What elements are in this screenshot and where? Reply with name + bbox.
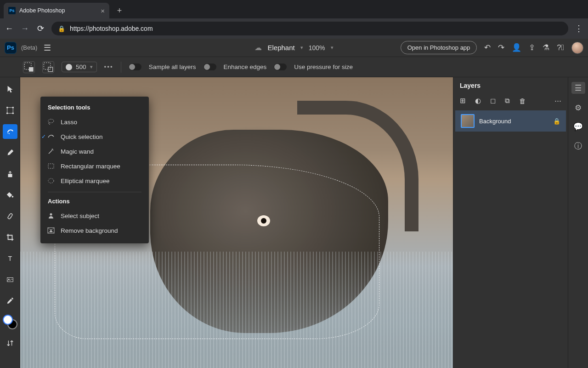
more-options-icon[interactable]: •••	[104, 63, 113, 70]
svg-rect-19	[48, 164, 54, 168]
svg-point-6	[6, 113, 8, 115]
redo-icon[interactable]: ↷	[498, 43, 504, 52]
comments-panel-icon[interactable]: 💬	[573, 122, 583, 132]
flyout-item-quick-selection[interactable]: ✓ Quick selection	[40, 129, 149, 144]
chevron-down-icon[interactable]: ▾	[300, 45, 303, 51]
adjustment-layer-icon[interactable]: ◐	[475, 97, 481, 105]
flyout-action-select-subject[interactable]: Select subject	[40, 208, 149, 223]
back-button[interactable]: ←	[5, 24, 14, 34]
layer-thumbnail[interactable]	[461, 114, 475, 128]
share-icon[interactable]: ⇪	[529, 43, 535, 52]
flyout-item-label: Lasso	[61, 119, 77, 126]
photoshop-logo-icon[interactable]: Ps	[5, 42, 17, 54]
properties-panel-icon[interactable]: ☰	[571, 82, 585, 94]
healing-tool[interactable]	[3, 209, 17, 224]
add-selection-icon[interactable]	[23, 61, 35, 73]
sample-all-layers-label: Sample all layers	[149, 63, 196, 70]
options-bar: 500 ▾ ••• Sample all layers Enhance edge…	[0, 57, 588, 77]
browser-chrome: Ps Adobe Photoshop × + ← → ⟳ 🔒 https://p…	[0, 0, 588, 39]
workspace: T Selection tools	[0, 77, 588, 368]
open-in-app-button[interactable]: Open in Photoshop app	[401, 41, 477, 54]
svg-rect-2	[44, 63, 50, 69]
invite-icon[interactable]: 👤	[512, 43, 521, 52]
divider	[48, 192, 141, 192]
document-name[interactable]: Elephant	[267, 44, 294, 52]
flyout-action-remove-background[interactable]: Remove background	[40, 223, 149, 238]
delete-layer-icon[interactable]: 🗑	[519, 97, 526, 105]
hamburger-menu-icon[interactable]: ☰	[42, 41, 53, 55]
reload-button[interactable]: ⟳	[36, 23, 45, 34]
tab-strip: Ps Adobe Photoshop × +	[0, 0, 588, 18]
favicon-photoshop-icon: Ps	[8, 7, 16, 14]
sample-all-layers-toggle[interactable]	[129, 63, 141, 70]
flyout-item-elliptical-marquee[interactable]: Elliptical marquee	[40, 173, 149, 188]
info-panel-icon[interactable]: ⓘ	[574, 141, 582, 151]
brush-size-selector[interactable]: 500 ▾	[62, 62, 97, 72]
adjustments-panel-icon[interactable]: ⚙	[575, 103, 582, 113]
svg-point-14	[10, 217, 11, 218]
group-icon[interactable]: ⧉	[505, 97, 510, 105]
rectangular-marquee-icon	[47, 162, 55, 170]
right-rail: ☰ ⚙ 💬 ⓘ	[568, 77, 588, 368]
layer-name: Background	[479, 118, 548, 125]
place-image-tool[interactable]	[3, 272, 17, 287]
fill-tool[interactable]	[3, 188, 17, 202]
remove-background-icon	[47, 226, 55, 235]
eyedropper-tool[interactable]	[3, 293, 17, 308]
cloud-icon: ☁	[254, 43, 262, 52]
subtract-selection-icon[interactable]	[42, 61, 54, 73]
lock-icon[interactable]: 🔒	[553, 118, 560, 125]
svg-point-21	[50, 213, 52, 216]
svg-rect-10	[8, 174, 12, 177]
help-icon[interactable]: ?⃝	[557, 43, 564, 52]
foreground-color-swatch[interactable]	[3, 315, 13, 325]
canvas-area[interactable]: Selection tools Lasso ✓ Quick selection …	[20, 77, 453, 368]
clone-tool[interactable]	[3, 167, 17, 181]
beaker-icon[interactable]: ⚗	[543, 43, 549, 52]
flyout-section-title: Actions	[40, 196, 149, 208]
user-avatar[interactable]	[571, 42, 583, 54]
flyout-section-title: Selection tools	[40, 102, 149, 115]
undo-icon[interactable]: ↶	[484, 43, 491, 52]
url-text: https://photoshop.adobe.com	[70, 25, 153, 32]
svg-point-5	[12, 107, 14, 109]
swap-colors-icon[interactable]	[3, 336, 17, 351]
url-input[interactable]: 🔒 https://photoshop.adobe.com	[51, 22, 568, 35]
enhance-edges-toggle[interactable]	[204, 63, 216, 70]
svg-rect-16	[7, 278, 13, 282]
color-swatches[interactable]	[3, 315, 17, 329]
header-center: ☁ Elephant ▾ 100% ▾	[254, 43, 333, 52]
close-tab-icon[interactable]: ×	[101, 7, 105, 15]
mask-icon[interactable]: ◻	[490, 97, 496, 105]
check-icon: ✓	[41, 133, 46, 140]
move-tool[interactable]	[3, 82, 17, 97]
select-subject-icon	[47, 212, 55, 220]
flyout-item-rectangular-marquee[interactable]: Rectangular marquee	[40, 159, 149, 173]
chevron-down-icon[interactable]: ▾	[331, 45, 334, 51]
type-tool[interactable]: T	[3, 251, 17, 266]
svg-point-18	[48, 119, 54, 123]
brush-tool[interactable]	[3, 145, 17, 160]
header-right: Open in Photoshop app ↶ ↷ 👤 ⇪ ⚗ ?⃝	[401, 41, 583, 54]
transform-tool[interactable]	[3, 103, 17, 118]
new-tab-button[interactable]: +	[113, 4, 126, 17]
use-pressure-toggle[interactable]	[274, 63, 287, 70]
flyout-item-lasso[interactable]: Lasso	[40, 115, 149, 129]
layer-row[interactable]: Background 🔒	[455, 110, 566, 132]
address-bar-row: ← → ⟳ 🔒 https://photoshop.adobe.com ⋮	[0, 18, 588, 39]
zoom-level[interactable]: 100%	[309, 44, 325, 52]
add-layer-icon[interactable]: ⊞	[460, 97, 466, 105]
layers-panel: Layers ⊞ ◐ ◻ ⧉ 🗑 ⋯ Background 🔒	[453, 77, 568, 368]
more-icon[interactable]: ⋯	[554, 97, 561, 105]
lasso-icon	[47, 118, 55, 126]
selection-tool[interactable]	[3, 124, 17, 139]
flyout-item-label: Quick selection	[61, 133, 103, 140]
flyout-action-label: Select subject	[61, 213, 99, 219]
forward-button[interactable]: →	[20, 24, 29, 34]
crop-tool[interactable]	[3, 230, 17, 245]
browser-menu-icon[interactable]: ⋮	[575, 23, 583, 34]
flyout-item-magic-wand[interactable]: Magic wand	[40, 144, 149, 159]
flyout-item-label: Magic wand	[61, 148, 94, 155]
browser-tab[interactable]: Ps Adobe Photoshop ×	[4, 3, 109, 18]
svg-text:T: T	[8, 255, 12, 262]
